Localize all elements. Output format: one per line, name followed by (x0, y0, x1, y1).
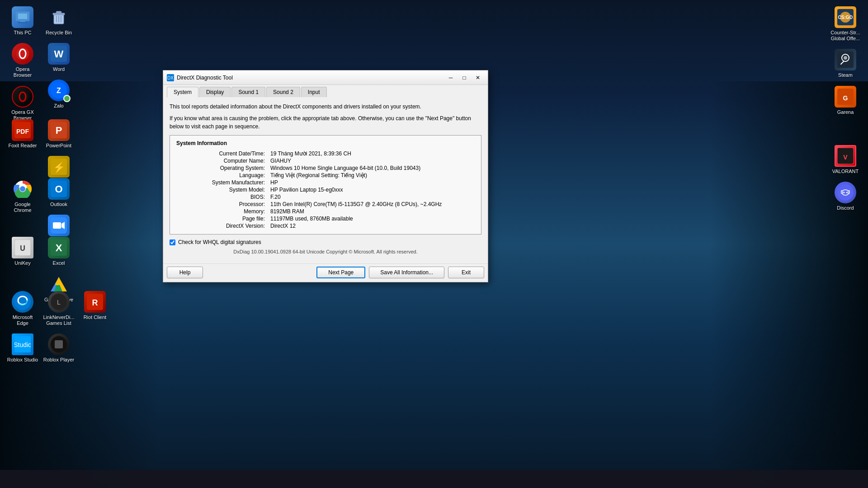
whql-checkbox[interactable] (170, 239, 175, 245)
table-row: System Model: HP Pavilion Laptop 15-eg0x… (176, 186, 475, 193)
field-label-5: System Model: (176, 186, 267, 193)
dxtool-window: DX DirectX Diagnostic Tool ─ □ ✕ System … (163, 70, 488, 282)
button-row: Help Next Page Save All Information... E… (163, 263, 488, 282)
tab-sound2[interactable]: Sound 2 (266, 87, 300, 97)
tab-system[interactable]: System (167, 87, 198, 98)
field-value-1: GIAHUY (267, 157, 475, 164)
whql-checkbox-row: Check for WHQL digital signatures (170, 239, 481, 245)
window-titlebar: DX DirectX Diagnostic Tool ─ □ ✕ (163, 70, 488, 85)
field-value-3: Tiếng Việt (Regional Setting: Tiếng Việt… (267, 172, 475, 179)
svg-text:DX: DX (167, 75, 174, 80)
field-value-10: DirectX 12 (267, 222, 475, 230)
window-title: DirectX Diagnostic Tool (177, 75, 444, 81)
table-row: Processor: 11th Gen Intel(R) Core(TM) i5… (176, 201, 475, 208)
field-value-8: 8192MB RAM (267, 208, 475, 215)
exit-button[interactable]: Exit (448, 267, 484, 278)
field-label-0: Current Date/Time: (176, 150, 267, 157)
field-value-7: 11th Gen Intel(R) Core(TM) i5-1135G7 @ 2… (267, 201, 475, 208)
field-value-0: 19 Tháng Mười 2021, 8:39:36 CH (267, 150, 475, 157)
tab-input[interactable]: Input (301, 87, 327, 97)
dialog-overlay: DX DirectX Diagnostic Tool ─ □ ✕ System … (0, 0, 868, 488)
table-row: Operating System: Windows 10 Home Single… (176, 164, 475, 172)
taskbar (0, 470, 868, 488)
field-value-2: Windows 10 Home Single Language 64-bit (… (267, 164, 475, 172)
sysinfo-table: Current Date/Time: 19 Tháng Mười 2021, 8… (176, 150, 475, 230)
field-label-3: Language: (176, 172, 267, 179)
table-row: DirectX Version: DirectX 12 (176, 222, 475, 230)
close-button[interactable]: ✕ (472, 73, 484, 83)
field-value-6: F.20 (267, 193, 475, 201)
window-body: This tool reports detailed information a… (163, 97, 488, 263)
table-row: Current Date/Time: 19 Tháng Mười 2021, 8… (176, 150, 475, 157)
field-label-1: Computer Name: (176, 157, 267, 164)
intro-line2: If you know what area is causing the pro… (170, 114, 481, 131)
table-row: Computer Name: GIAHUY (176, 157, 475, 164)
field-label-4: System Manufacturer: (176, 179, 267, 186)
sysinfo-title: System Information (176, 140, 475, 146)
tab-display[interactable]: Display (199, 87, 231, 97)
tab-sound1[interactable]: Sound 1 (231, 87, 265, 97)
intro-line1: This tool reports detailed information a… (170, 103, 481, 111)
table-row: Memory: 8192MB RAM (176, 208, 475, 215)
dxtool-title-icon: DX (167, 74, 174, 81)
save-all-button[interactable]: Save All Information... (369, 267, 444, 278)
field-label-2: Operating System: (176, 164, 267, 172)
next-page-button[interactable]: Next Page (316, 267, 365, 278)
field-label-7: Processor: (176, 201, 267, 208)
field-value-5: HP Pavilion Laptop 15-eg0xxx (267, 186, 475, 193)
table-row: Page file: 11197MB used, 8760MB availabl… (176, 215, 475, 222)
whql-label[interactable]: Check for WHQL digital signatures (178, 239, 261, 245)
field-value-4: HP (267, 179, 475, 186)
table-row: System Manufacturer: HP (176, 179, 475, 186)
footer-text: DxDiag 10.00.19041.0928 64-bit Unicode C… (170, 249, 481, 254)
field-label-10: DirectX Version: (176, 222, 267, 230)
field-label-8: Memory: (176, 208, 267, 215)
table-row: BIOS: F.20 (176, 193, 475, 201)
sysinfo-box: System Information Current Date/Time: 19… (170, 135, 481, 235)
tabs-bar: System Display Sound 1 Sound 2 Input (163, 85, 488, 97)
field-value-9: 11197MB used, 8760MB available (267, 215, 475, 222)
help-button[interactable]: Help (167, 267, 203, 278)
maximize-button[interactable]: □ (458, 73, 471, 83)
field-label-9: Page file: (176, 215, 267, 222)
window-controls: ─ □ ✕ (444, 73, 484, 83)
field-label-6: BIOS: (176, 193, 267, 201)
table-row: Language: Tiếng Việt (Regional Setting: … (176, 172, 475, 179)
minimize-button[interactable]: ─ (444, 73, 457, 83)
